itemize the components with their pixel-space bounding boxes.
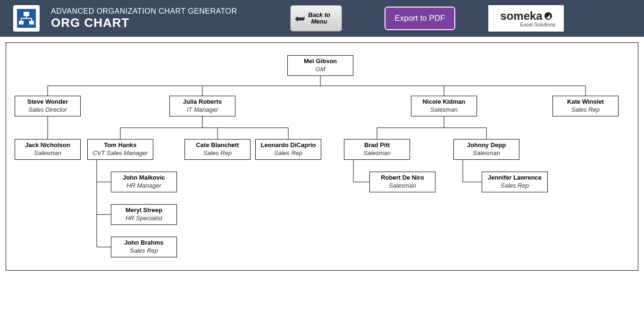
app-header: ADVANCED ORGANIZATION CHART GENERATOR OR… [0,0,644,37]
org-node[interactable]: John BrahmsSales Rep [111,237,177,257]
header-subtitle: ADVANCED ORGANIZATION CHART GENERATOR [51,7,237,16]
svg-rect-2 [19,21,24,25]
brand-badge: someka ◢ Excel Solutions [488,5,564,32]
app-logo [13,5,40,32]
org-node-name: Nicole Kidman [411,96,477,105]
org-node-role: Sales Director [15,105,80,116]
org-node-role: Sales Rep [553,105,618,116]
export-button-label: Export to PDF [395,14,445,23]
org-node-role: Salesman [411,105,477,116]
org-node-name: Tom Hanks [88,140,153,148]
page-title: ORG CHART [51,16,237,30]
org-node-role: Salesman [454,148,519,159]
org-node-name: John Malkovic [111,172,176,181]
org-node[interactable]: Steve WonderSales Director [15,96,81,116]
org-node-role: HR Specialist [111,214,176,224]
org-node-name: Mel Gibson [288,56,353,65]
org-node[interactable]: Robert De NiroSalesman [369,172,435,192]
org-node[interactable]: Jack NicholsonSalesman [15,139,81,160]
org-node[interactable]: John MalkovicHR Manager [111,172,177,192]
org-node-name: Steve Wonder [15,96,80,105]
org-node-name: Johnny Depp [454,140,519,148]
org-chart-canvas: Mel GibsonGMSteve WonderSales DirectorJu… [6,42,638,271]
org-node[interactable]: Nicole KidmanSalesman [411,96,477,116]
svg-rect-1 [24,12,29,16]
org-node-role: GM [288,65,353,75]
org-node[interactable]: Jennifer LawrenceSales Rep [482,172,548,192]
org-node-role: Salesman [15,148,80,159]
org-node-role: CVT Sales Manager [88,148,153,159]
org-node-name: Jack Nicholson [15,140,80,148]
org-node-name: Cate Blanchett [185,140,250,148]
back-button-label: Back to Menu [308,12,330,25]
org-node[interactable]: Tom HanksCVT Sales Manager [87,139,153,160]
org-node-role: Sales Rep [111,246,176,257]
org-node[interactable]: Kate WinsletSales Rep [552,96,619,116]
org-node-name: Leonardo DiCaprio [256,140,321,148]
org-node[interactable]: Johnny DeppSalesman [453,139,519,160]
org-chart-icon [17,9,36,28]
svg-rect-3 [29,21,34,25]
back-arrow-icon: ➥ [294,11,305,26]
org-node-role: Salesman [344,148,410,159]
header-titles: ADVANCED ORGANIZATION CHART GENERATOR OR… [51,7,237,30]
org-node-role: Sales Rep [482,181,547,192]
org-node-name: Robert De Niro [370,172,435,181]
org-node[interactable]: Brad PittSalesman [344,139,410,160]
org-node-role: HR Manager [111,181,176,192]
back-to-menu-button[interactable]: ➥ Back to Menu [290,5,342,32]
org-node-name: Jennifer Lawrence [482,172,547,181]
org-node[interactable]: Mel GibsonGM [287,55,353,76]
brand-tagline: Excel Solutions [520,22,555,27]
org-node-role: Salesman [370,181,435,192]
org-node-name: John Brahms [111,237,176,246]
org-node-role: Sales Rep [185,148,250,159]
export-pdf-button[interactable]: Export to PDF [385,7,455,30]
org-node-name: Meryl Streep [111,205,176,214]
org-node[interactable]: Meryl StreepHR Specialist [111,204,177,225]
org-node[interactable]: Cate BlanchettSales Rep [184,139,251,160]
org-node-role: Sales Rep [256,148,321,159]
org-node[interactable]: Julia RobertsIT Manager [169,96,235,116]
org-node-name: Kate Winslet [553,96,618,105]
org-node-name: Brad Pitt [344,140,410,148]
org-node-role: IT Manager [170,105,235,116]
brand-dot-icon: ◢ [544,12,552,20]
brand-wordmark: someka ◢ [500,9,552,23]
org-node-name: Julia Roberts [170,96,235,105]
org-node[interactable]: Leonardo DiCaprioSales Rep [255,139,321,160]
